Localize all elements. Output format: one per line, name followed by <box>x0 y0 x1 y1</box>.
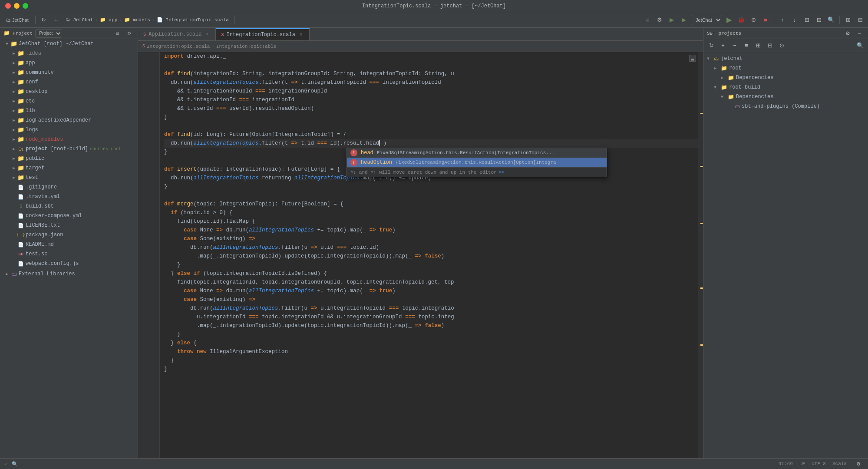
code-line-18: def merge(topic: IntegrationTopic): Futu… <box>164 200 703 208</box>
lnum-23 <box>138 243 159 252</box>
integration-topic-close[interactable]: × <box>298 32 304 38</box>
code-area[interactable]: import driver.api._ def find(integration… <box>160 52 703 458</box>
sidebar-item-travis[interactable]: ▶ 📄 .travis.yml <box>0 192 138 201</box>
search-everywhere[interactable]: 🔍 <box>826 15 836 25</box>
sidebar-item-app[interactable]: ▶ 📁 app <box>0 58 138 68</box>
sidebar-item-docker[interactable]: ▶ 📄 docker-compose.yml <box>0 211 138 221</box>
sidebar-item-external-libs[interactable]: ▶ 🗃 External Libraries <box>0 269 138 279</box>
test-label: test <box>26 175 38 181</box>
sidebar-settings[interactable]: ⚙ <box>124 28 134 39</box>
sidebar-item-license[interactable]: ▶ 📄 LICENSE.txt <box>0 221 138 230</box>
sidebar-item-gitignore[interactable]: ▶ 📄 .gitignore <box>0 182 138 192</box>
application-scala-close[interactable]: × <box>204 31 210 37</box>
sidebar-item-package-json[interactable]: ▶ { } package.json <box>0 230 138 240</box>
run-button[interactable]: ▶ <box>679 15 689 25</box>
autocomplete-popup[interactable]: ! head FixedSqlStreamingAction.this.Resu… <box>347 148 607 177</box>
logs-folder-icon: 📁 <box>17 126 24 133</box>
sidebar-item-desktop[interactable]: ▶ 📁 desktop <box>0 87 138 96</box>
tree-root[interactable]: ▼ 📁 JetChat [root] ~/JetChat <box>0 39 138 49</box>
sidebar-item-community[interactable]: ▶ 📁 community <box>0 68 138 77</box>
sidebar-item-logs[interactable]: ▶ 📁 logs <box>0 125 138 135</box>
sidebar-item-node-modules[interactable]: ▶ 📁 node_modules <box>0 135 138 144</box>
sidebar-item-lib[interactable]: ▶ 📁 lib <box>0 106 138 116</box>
root-build-toggle: ▼ <box>714 85 721 90</box>
sbt-item-sbt-plugins[interactable]: 🗃 sbt-and-plugins (Compile) <box>703 102 868 111</box>
ac-item-head-option[interactable]: ! headOption FixedSqlStreamingAction.thi… <box>347 158 607 167</box>
sbt-minimize[interactable]: − <box>854 28 865 39</box>
sbt-align-left[interactable]: ≡ <box>741 40 752 51</box>
jetchat-label: jetchat <box>721 56 743 62</box>
sbt-tree: ▼ 🗂 jetchat ▶ 📁 root ▶ 📁 Dependencies ▼ … <box>703 52 868 458</box>
sbt-search[interactable]: 🔍 <box>855 40 865 51</box>
sbt-root-build-deps-label: Dependencies <box>736 94 773 100</box>
sidebar-item-etc[interactable]: ▶ 📁 etc <box>0 96 138 106</box>
vcs-button-1[interactable]: ↑ <box>777 15 788 25</box>
sync-button[interactable]: ↻ <box>39 15 49 25</box>
profile-button[interactable]: ⊙ <box>748 15 759 25</box>
build-sbt-icon: S <box>17 203 24 210</box>
sbt-refresh[interactable]: ↻ <box>706 40 716 51</box>
sidebar-item-build-sbt[interactable]: ▶ S build.sbt <box>0 201 138 211</box>
stop-button[interactable]: ■ <box>760 15 771 25</box>
tab-integration-topic-scala[interactable]: S IntegrationTopic.scala × <box>216 28 309 40</box>
back-button[interactable]: ← <box>51 15 61 25</box>
editor-content[interactable]: import driver.api._ def find(integration… <box>138 52 703 458</box>
gitignore-label: .gitignore <box>26 184 57 190</box>
sidebar-item-public[interactable]: ▶ 📁 public <box>0 154 138 163</box>
breadcrumb-models: 📁 models <box>124 17 150 23</box>
logs-label: logs <box>26 127 38 133</box>
sbt-remove[interactable]: − <box>729 40 740 51</box>
toolbar-more-1[interactable]: ⊞ <box>843 15 853 25</box>
sidebar-item-conf[interactable]: ▶ 📁 conf <box>0 77 138 87</box>
sbt-item-root[interactable]: ▶ 📁 root <box>703 63 868 73</box>
sbt-add[interactable]: + <box>718 40 728 51</box>
sidebar-view-selector[interactable]: Project <box>35 29 62 38</box>
toolbar-icon-3[interactable]: ▶ <box>667 15 677 25</box>
fold-button[interactable]: ▃ <box>689 55 696 62</box>
toolbar-more-2[interactable]: ⊟ <box>855 15 865 25</box>
vcs-button-3[interactable]: ⊞ <box>802 15 812 25</box>
sidebar-item-test-sc[interactable]: ▶ sc test.sc <box>0 249 138 259</box>
ac-item-head[interactable]: ! head FixedSqlStreamingAction.this.Resu… <box>347 148 607 158</box>
ac-method-head-option: headOption <box>361 159 392 165</box>
sidebar-item-test[interactable]: ▶ 📁 test <box>0 173 138 182</box>
sbt-plugins-icon: 🗃 <box>735 103 740 110</box>
debug-button[interactable]: 🐞 <box>736 15 746 25</box>
vcs-button-4[interactable]: ⊟ <box>814 15 824 25</box>
toolbar-icon-2[interactable]: ⚙ <box>654 15 665 25</box>
sidebar-item-logfaces[interactable]: ▶ 📁 logFacesFixedAppender <box>0 116 138 125</box>
sidebar-collapse-all[interactable]: ⊟ <box>112 28 122 39</box>
readme-label: README.md <box>26 241 54 248</box>
idea-folder-icon: 📁 <box>17 50 24 57</box>
sbt-item-jetchat[interactable]: ▼ 🗂 jetchat <box>703 54 868 63</box>
sbt-item-root-build[interactable]: ▼ 📁 root-build <box>703 83 868 92</box>
sbt-root-build-label: root-build <box>729 84 760 90</box>
tab-application-scala[interactable]: S Application.scala × <box>138 28 216 40</box>
maximize-button[interactable] <box>23 3 28 9</box>
readme-icon: 📄 <box>17 241 24 248</box>
close-button[interactable] <box>5 3 11 9</box>
sidebar-item-readme[interactable]: ▶ 📄 README.md <box>0 240 138 249</box>
root-label: JetChat [root] ~/JetChat <box>19 41 94 47</box>
status-settings[interactable]: ⚙ <box>853 459 864 469</box>
sbt-item-root-deps[interactable]: ▶ 📁 Dependencies <box>703 73 868 83</box>
sbt-expand[interactable]: ⊞ <box>753 40 763 51</box>
run-action-button[interactable]: ▶ <box>724 15 734 25</box>
project-selector[interactable]: 🗂 JetChat <box>3 14 32 26</box>
bc-object: IntegrationTopicTable <box>216 44 277 49</box>
sbt-settings[interactable]: ⚙ <box>842 28 853 39</box>
window-controls[interactable] <box>5 3 28 9</box>
toolbar-icon-1[interactable]: ≡ <box>642 15 653 25</box>
sbt-jump-to[interactable]: ⊙ <box>776 40 787 51</box>
vcs-button-2[interactable]: ↓ <box>789 15 800 25</box>
sidebar-item-target[interactable]: ▶ 📁 target <box>0 163 138 173</box>
sidebar-item-project[interactable]: ▶ 🗂 project [root-build] sources root <box>0 144 138 154</box>
sidebar-item-webpack[interactable]: ▶ 📄 webpack.config.js <box>0 259 138 268</box>
project-build-label: project [root-build] <box>26 146 88 152</box>
logfaces-toggle: ▶ <box>10 117 17 124</box>
minimize-button[interactable] <box>14 3 20 9</box>
run-config-dropdown[interactable]: JetChat <box>691 15 722 25</box>
sidebar-item-idea[interactable]: ▶ 📁 .idea <box>0 49 138 58</box>
sbt-item-root-build-deps[interactable]: ▼ 📁 Dependencies <box>703 92 868 102</box>
sbt-collapse[interactable]: ⊟ <box>765 40 775 51</box>
